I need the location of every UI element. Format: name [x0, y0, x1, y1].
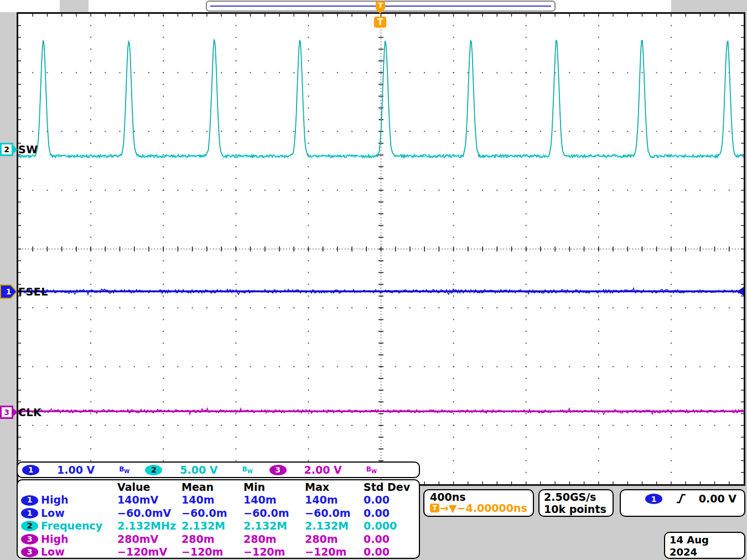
- measurement-name: Low: [41, 546, 117, 558]
- measurement-name: Low: [41, 507, 117, 520]
- channel-1-scale: 1.00 V: [57, 464, 95, 476]
- measurement-stddev: 0.000: [364, 520, 419, 532]
- datetime-readout: 14 Aug 2024 00:06:26: [664, 532, 745, 559]
- measurement-max: 140m: [305, 494, 364, 506]
- trigger-position-flag-tip: [376, 9, 385, 14]
- measurement-max: −60.0m: [305, 507, 364, 520]
- measurement-stddev: 0.00: [364, 507, 419, 520]
- trace-label-clk: CLK: [18, 406, 42, 418]
- measurement-value: 140mV: [117, 494, 181, 506]
- measurement-mean: 140m: [181, 494, 243, 506]
- column-header-min: Min: [243, 481, 305, 494]
- measurement-min: −60.0m: [243, 507, 305, 520]
- column-header-mean: Mean: [181, 481, 243, 494]
- record-length: 10k points: [544, 503, 608, 515]
- measurement-mean: −120m: [181, 546, 243, 558]
- trigger-position-flag[interactable]: T: [376, 1, 385, 9]
- measurement-stddev: 0.00: [364, 533, 419, 546]
- measurement-min: −120m: [243, 546, 305, 558]
- measurement-mean: 2.132M: [181, 520, 243, 532]
- trace-label-fsel: FSEL: [18, 286, 48, 298]
- column-header-value: Value: [117, 481, 181, 494]
- measurement-row-badge: 3: [21, 534, 38, 545]
- channel-2-badge[interactable]: 2: [145, 465, 162, 475]
- channel-scale-bar: 1 1.00 V BW 2 5.00 V BW 3 2.00 V BW: [17, 462, 420, 478]
- acquisition-readout: 2.50GS/s 10k points: [538, 489, 614, 517]
- measurement-max: −120m: [305, 546, 364, 558]
- trigger-source-badge: 1: [645, 494, 662, 504]
- measurement-row-badge: 3: [21, 547, 38, 557]
- measurement-mean: −60.0m: [181, 507, 243, 520]
- measurement-stddev: 0.00: [364, 494, 419, 506]
- trigger-level-arrow: [737, 287, 744, 296]
- graticule: [17, 12, 745, 486]
- channel-3-bandwidth-icon: BW: [366, 465, 377, 474]
- measurement-stddev: 0.00: [364, 546, 419, 558]
- channel-2-scale: 5.00 V: [180, 464, 217, 476]
- measurement-max: 2.132M: [305, 520, 364, 532]
- measurement-min: 140m: [243, 494, 305, 506]
- measurement-name: High: [41, 533, 117, 546]
- measurement-row-badge: 1: [21, 508, 38, 518]
- measurement-min: 2.132M: [243, 520, 305, 532]
- measurement-value: −120mV: [117, 546, 181, 558]
- measurement-name: High: [41, 494, 117, 506]
- channel-2-marker-arrow-icon: [13, 146, 18, 153]
- trace-label-sw: SW: [18, 143, 38, 155]
- date-value: 14 Aug 2024: [670, 534, 740, 558]
- channel-3-badge[interactable]: 3: [269, 465, 287, 475]
- measurement-table: Value Mean Min Max Std Dev 1 High 140mV …: [21, 481, 419, 558]
- trigger-level-value: 0.00 V: [699, 492, 736, 505]
- channel-3-marker-number: 3: [0, 406, 13, 419]
- measurement-value: 2.132MHz: [117, 520, 181, 532]
- trigger-position-badge[interactable]: T: [374, 17, 386, 28]
- channel-3-marker-arrow-icon: [13, 408, 18, 416]
- timebase-scale: 400ns: [430, 491, 527, 503]
- channel-3-scale: 2.00 V: [304, 464, 342, 476]
- measurement-row-badge: 2: [21, 521, 38, 531]
- horizontal-delay-value: −4.00000ns: [457, 502, 527, 514]
- channel-2-marker-number: 2: [0, 143, 13, 156]
- channel-3-marker[interactable]: 3: [0, 406, 18, 419]
- trigger-readout: 1 0.00 V: [620, 489, 745, 517]
- column-header-stddev: Std Dev: [364, 481, 419, 494]
- channel-1-bandwidth-icon: BW: [119, 465, 129, 474]
- measurement-max: 280m: [305, 533, 364, 546]
- delay-arrows-icon: →▼: [440, 502, 457, 514]
- channel-2-marker[interactable]: 2: [0, 143, 18, 156]
- measurement-panel: Value Mean Min Max Std Dev 1 High 140mV …: [17, 479, 420, 559]
- top-strip-notch: [60, 0, 89, 12]
- horizontal-readout: 400ns T →▼ −4.00000ns: [423, 489, 534, 517]
- channel-2-bandwidth-icon: BW: [242, 465, 253, 474]
- channel-1-marker-number: 1: [1, 286, 16, 298]
- measurement-name: Frequency: [41, 520, 117, 532]
- measurement-value: 280mV: [117, 533, 181, 546]
- measurement-min: 280m: [243, 533, 305, 546]
- trigger-t-chip-icon: T: [430, 504, 439, 512]
- measurement-mean: 280m: [181, 533, 243, 546]
- graticule-svg: [18, 14, 744, 484]
- measurement-row-badge: 1: [21, 495, 38, 506]
- channel-1-badge[interactable]: 1: [22, 465, 39, 475]
- sample-rate: 2.50GS/s: [544, 491, 608, 503]
- measurement-value: −60.0mV: [117, 507, 181, 520]
- column-header-max: Max: [305, 481, 364, 494]
- channel-1-marker[interactable]: 1: [0, 284, 17, 299]
- rising-edge-icon: [676, 493, 687, 504]
